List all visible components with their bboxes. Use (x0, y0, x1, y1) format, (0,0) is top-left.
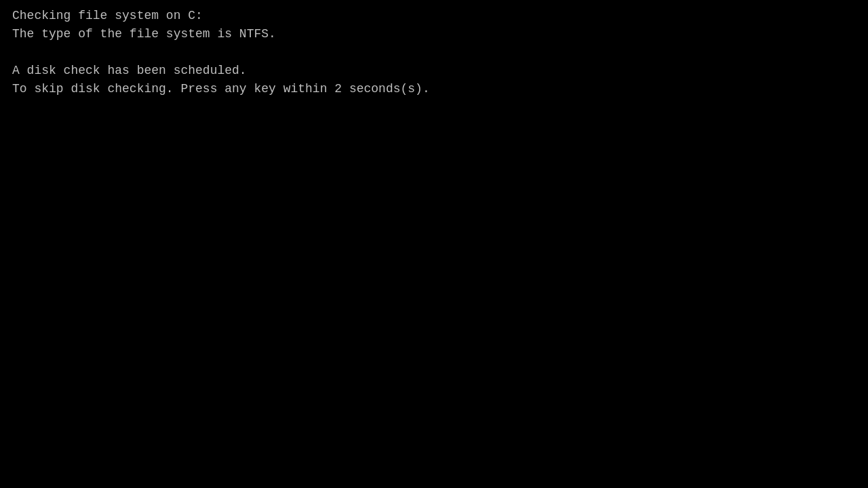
terminal-line-2: The type of the file system is NTFS. (12, 25, 856, 43)
terminal-output: Checking file system on C: The type of t… (0, 0, 868, 488)
terminal-blank-line (12, 43, 856, 62)
terminal-line-3: A disk check has been scheduled. (12, 62, 856, 80)
terminal-line-4: To skip disk checking. Press any key wit… (12, 80, 856, 98)
terminal-line-1: Checking file system on C: (12, 7, 856, 25)
